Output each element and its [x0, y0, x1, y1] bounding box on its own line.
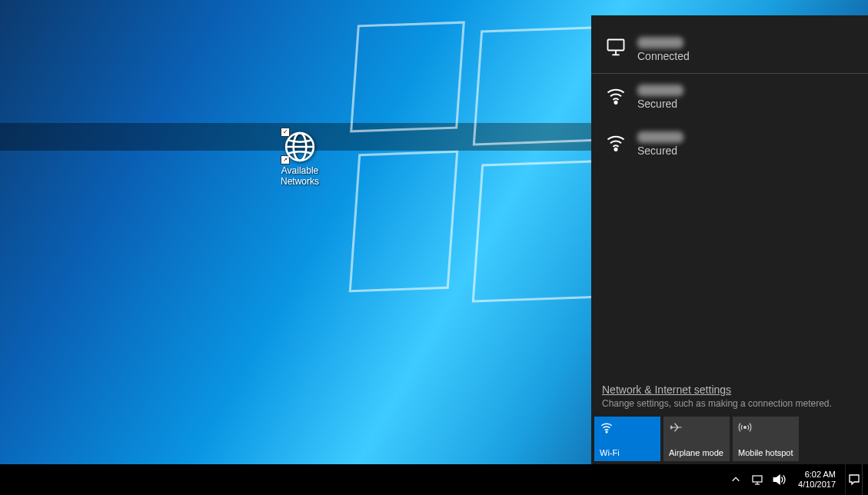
svg-rect-10 [753, 476, 762, 482]
taskbar-time: 6:02 AM [798, 470, 836, 480]
network-status: Secured [637, 98, 683, 110]
wifi-icon [605, 85, 627, 106]
network-item-ethernet[interactable]: Connected [591, 26, 868, 74]
wifi-icon [605, 131, 627, 153]
globe-icon: ✓ ↗ [284, 131, 316, 163]
settings-block: Network & Internet settings Change setti… [591, 383, 868, 417]
network-item-wifi-1[interactable]: Secured [591, 74, 868, 121]
settings-description: Change settings, such as making a connec… [602, 398, 857, 409]
tray-volume-icon[interactable] [772, 473, 786, 487]
taskbar-date: 4/10/2017 [798, 480, 836, 490]
network-name-redacted [637, 131, 683, 143]
svg-point-8 [606, 431, 607, 433]
network-name-redacted [637, 37, 683, 48]
svg-point-7 [614, 148, 617, 151]
action-center-icon[interactable] [845, 464, 862, 495]
tray-chevron-up-icon[interactable] [729, 473, 743, 487]
quick-action-wifi[interactable]: Wi-Fi [594, 417, 660, 461]
tray-network-icon[interactable] [750, 473, 764, 487]
network-flyout: Connected Secured Secured [591, 15, 868, 464]
wifi-icon [600, 420, 655, 434]
network-status: Connected [637, 50, 690, 62]
taskbar-clock[interactable]: 6:02 AM 4/10/2017 [792, 470, 842, 490]
system-tray [723, 464, 792, 495]
network-list: Connected Secured Secured [591, 15, 868, 383]
network-item-wifi-2[interactable]: Secured [591, 121, 868, 168]
network-settings-link[interactable]: Network & Internet settings [602, 384, 731, 396]
desktop-icon-label: AvailableNetworks [273, 165, 327, 187]
show-desktop-button[interactable] [862, 464, 866, 495]
quick-action-airplane[interactable]: Airplane mode [663, 417, 730, 461]
network-status: Secured [637, 145, 683, 157]
taskbar: 6:02 AM 4/10/2017 [0, 464, 868, 495]
hotspot-icon [738, 420, 793, 434]
airplane-icon [669, 420, 724, 434]
quick-actions-row: Wi-Fi Airplane mode Mobile hotspot [591, 417, 868, 464]
ethernet-icon [605, 37, 627, 58]
svg-rect-3 [608, 40, 624, 51]
network-name-redacted [637, 85, 683, 96]
quick-action-hotspot[interactable]: Mobile hotspot [733, 417, 799, 461]
desktop-icon-available-networks[interactable]: ✓ ↗ AvailableNetworks [273, 131, 327, 187]
svg-point-6 [614, 101, 617, 104]
svg-point-9 [744, 427, 747, 429]
